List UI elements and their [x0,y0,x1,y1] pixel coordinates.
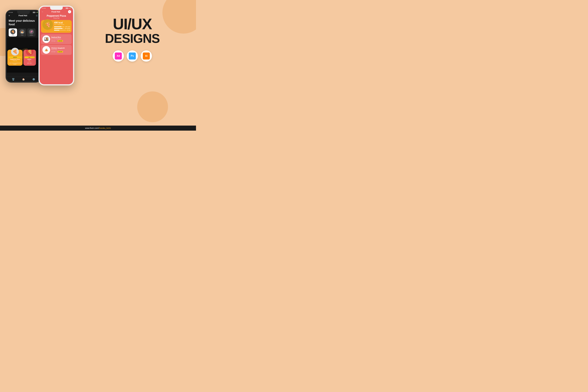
seafood-meta: 210 kcal | $15.50 [51,40,70,42]
ai-label: Ai [145,54,148,58]
card-stars: ★★★★★ 4.9(51) [8,61,22,62]
nav-trash-icon[interactable]: 🗑️ [12,78,15,81]
price-badge: $22.50 [8,56,22,58]
food-list-spaghetti[interactable]: 🍝 Chicken Spaghetti Pasta Shop 112 kcal … [41,45,72,55]
food-list-seafood[interactable]: 🍱 Seafood Rice by Chai Restaurant 210 kc… [41,34,72,44]
seafood-info: Seafood Rice by Chai Restaurant 210 kcal… [51,36,70,42]
seafood-restaurant: by Chai Restaurant [51,38,70,40]
kcal-value: 498 kcal [54,22,70,24]
designs-title: DESIGNS [105,32,160,45]
ui-ux-title: UI/UX [113,17,152,31]
category-pasta[interactable]: 🍝 Pasta [18,28,26,36]
card-restaurant: Pizza Hut [8,60,22,61]
kcal-subtitle: 24% of daily calories [54,24,70,25]
card-content: $22.50 Pepperoni Pizza Pizza Hut ★★★★★ 4… [8,56,22,64]
bottom-nav-dark: 🗑️ 🏠 ⚙️ [7,77,40,82]
tools-row: Xd Ps Ai [113,50,152,62]
menu-icon[interactable]: ≡ [9,14,10,17]
fat-pct: 17% Fat [67,30,70,31]
phone-dark-header: ≡ Food Hut 🛒 [7,14,40,18]
branding-area: UI/UX DESIGNS Xd Ps Ai [74,4,190,74]
footer-text: www.fiverr.com/ [85,127,99,129]
spaghetti-separator: | [56,51,56,52]
main-content: 9:41 AM ▌▌▌ ◈ 🔋 ≡ Food Hut 🛒 Meet your d… [0,0,196,125]
spagetti-icon: 🦑 [29,29,34,34]
card-name: Pepperoni Pizza [8,59,22,60]
heart-button[interactable]: ♥ [68,10,71,13]
spaghetti-meta: 112 kcal | $12.00 [51,51,70,53]
seafood-kcal: 210 kcal [51,40,56,42]
carbs-pct: 24% Carbs [65,26,70,27]
hawaii-sub: Piz... [24,60,35,61]
hawaii-name: Hawai... [24,59,35,60]
spaghetti-info: Chicken Spaghetti Pasta Shop 112 kcal | … [51,47,70,53]
carbs-bar-row: 24% Carbs [54,26,70,27]
seafood-name: Seafood Rice [51,36,70,38]
nav-home-icon[interactable]: 🏠 [22,78,25,81]
phone-red-header: ← Food Hut ♥ [40,10,73,14]
category-spagetti[interactable]: 🦑 Spagetti [27,28,36,36]
pasta-label: Pasta [19,35,25,36]
spagetti-label: Spagetti [28,35,34,36]
food-cards-row: 🍕 $22.50 Pepperoni Pizza Pizza Hut ★★★★★… [8,50,40,73]
seafood-price: $15.50 [58,40,63,42]
spaghetti-restaurant: Pasta Shop [51,49,70,50]
signal-red: ▌▌▌ ◈ 🔋 [66,8,71,9]
pizza-sub: Pizza Hut [40,17,73,19]
signal-dark: ▌▌▌ ◈ 🔋 [33,12,38,13]
hawaii-card-content: $2... Hawai... Piz... ★★★ Quick, tast... [24,56,35,64]
category-row: 🍕 Pizza 🍝 Pasta 🦑 Spagetti [7,27,40,38]
food-card-pepperoni[interactable]: 🍕 $22.50 Pepperoni Pizza Pizza Hut ★★★★★… [8,50,22,66]
time-red: 9:41 AM [42,8,46,9]
card-desc: Quick, tasty and packed with protein [8,62,22,64]
hawaii-desc: Quick, tast... [24,62,35,64]
nutrition-card: 🍕 498 kcal 24% of daily calories 24% Car… [41,20,72,33]
nav-settings-icon[interactable]: ⚙️ [32,78,35,81]
hero-text: Meet your delicious food [7,18,40,27]
protein-label-row: 37% Protein [54,28,70,29]
pizza-label: Pizza [10,35,16,36]
app-title-dark: Food Hut [18,14,27,17]
seafood-image: 🍱 [42,35,50,43]
carbs-bar-bg [54,26,64,27]
ps-icon: Ps [129,52,136,60]
fat-label-row: 17% Fat [54,30,70,31]
protein-bar-bg [54,28,64,29]
pizza-icon: 🍕 [10,29,16,34]
fat-bar-bg [54,30,66,30]
cart-icon[interactable]: 🛒 [36,14,38,17]
pizza-title: Pepperoni Pizza [40,14,73,17]
footer: www.fiverr.com/tharaka_kichz [0,126,196,130]
phone-dark: 9:41 AM ▌▌▌ ◈ 🔋 ≡ Food Hut 🛒 Meet your d… [6,10,41,82]
footer-highlight: tharaka_kichz [99,127,111,129]
pepperoni-pizza-img: 🍕 [11,48,19,56]
main-pizza-image: 🍕 [42,19,53,30]
pasta-icon: 🍝 [20,29,25,34]
phone-dark-notch [17,11,30,14]
protein-bar-fill [54,28,62,29]
carbs-label-row: 24% Carbs [54,26,70,27]
food-card-hawaii[interactable]: 🍕 $2... Hawai... Piz... ★★★ Quick, tast.… [24,50,36,66]
seafood-separator: | [56,40,56,42]
tool-xd-circle: Xd [113,50,124,62]
category-pizza[interactable]: 🍕 Pizza [9,28,17,36]
time-dark: 9:41 AM [9,12,13,13]
hawaii-price: $2... [24,56,35,58]
spaghetti-kcal: 112 kcal [51,51,56,52]
back-icon[interactable]: ← [42,11,44,13]
spaghetti-name: Chicken Spaghetti [51,47,70,49]
phone-red-notch [50,7,63,10]
phone-red: 9:41 AM ▌▌▌ ◈ 🔋 ← Food Hut ♥ Pepperoni P… [38,6,74,86]
xd-label: Xd [116,54,120,58]
ai-icon: Ai [143,52,150,60]
tool-ps-circle: Ps [127,50,138,62]
protein-bar-row: 37% Protein [54,28,70,29]
xd-icon: Xd [115,52,122,60]
tool-ai-circle: Ai [141,50,152,62]
app-title-red: Food Hut [52,11,60,13]
carbs-bar-fill [54,26,62,27]
dark-food-area: 🍕 🍕 $22.50 Pepperoni Pizza Pizza Hut ★★★… [7,38,40,73]
spaghetti-price: $12.00 [58,51,63,53]
hawaii-pizza-img: 🍕 [26,50,34,56]
hawaii-stars: ★★★ [24,61,35,62]
